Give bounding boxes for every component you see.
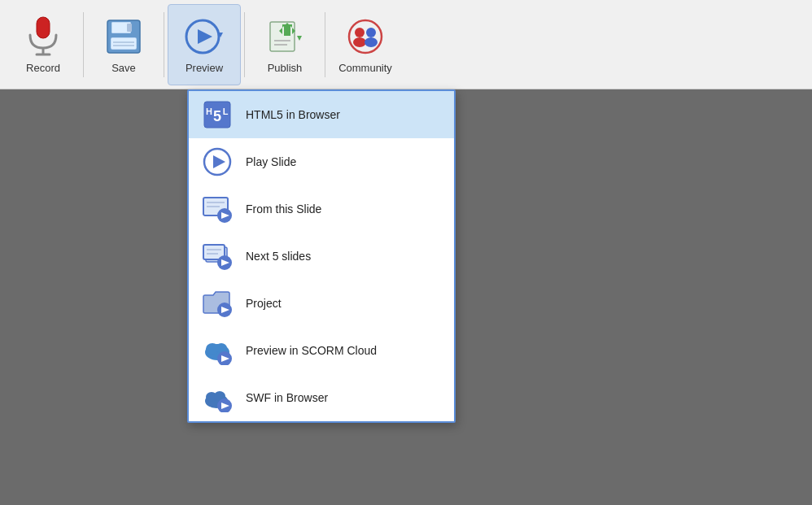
svg-point-19 (355, 28, 365, 37)
menu-item-project[interactable]: Project (189, 280, 454, 327)
html5-icon: 5 H L (202, 99, 233, 130)
menu-label-next-slides: Next 5 slides (246, 250, 311, 263)
project-icon (202, 288, 233, 319)
menu-label-swf: SWF in Browser (246, 391, 328, 404)
play-slide-icon (202, 146, 233, 177)
from-slide-icon (202, 194, 233, 224)
svg-point-20 (353, 37, 366, 47)
menu-label-scorm: Preview in SCORM Cloud (246, 344, 377, 357)
preview-label: Preview (186, 62, 223, 74)
save-label: Save (111, 62, 136, 74)
menu-label-from-slide: From this Slide (246, 202, 321, 215)
svg-text:L: L (223, 107, 229, 116)
save-icon (102, 15, 146, 59)
svg-marker-10 (198, 29, 212, 44)
community-button[interactable]: Community (329, 4, 402, 85)
publish-icon (263, 15, 307, 59)
community-label: Community (338, 62, 392, 74)
svg-text:5: 5 (213, 108, 221, 124)
menu-item-play-slide[interactable]: Play Slide (189, 138, 454, 185)
svg-point-21 (366, 28, 376, 37)
menu-item-html5-browser[interactable]: 5 H L HTML5 in Browser (189, 91, 454, 138)
record-button[interactable]: Record (7, 4, 80, 85)
divider-3 (244, 12, 245, 77)
divider-1 (83, 12, 84, 77)
toolbar: Record Save (0, 0, 812, 89)
svg-marker-28 (213, 155, 225, 168)
save-button[interactable]: Save (87, 4, 160, 85)
menu-item-from-this-slide[interactable]: From this Slide (189, 185, 454, 233)
svg-rect-14 (284, 24, 290, 36)
mic-icon (21, 15, 65, 59)
svg-point-18 (349, 20, 382, 53)
svg-rect-0 (37, 17, 50, 38)
next-slides-icon (202, 241, 233, 272)
record-label: Record (26, 62, 60, 74)
menu-label-project: Project (246, 297, 282, 310)
menu-item-next-5-slides[interactable]: Next 5 slides (189, 233, 454, 280)
svg-rect-6 (111, 37, 137, 50)
menu-label-html5: HTML5 in Browser (246, 108, 340, 121)
preview-icon (182, 15, 226, 59)
menu-item-preview-scorm[interactable]: Preview in SCORM Cloud (189, 327, 454, 374)
menu-item-swf-browser[interactable]: SWF in Browser (189, 374, 454, 421)
community-icon (343, 15, 387, 59)
svg-point-22 (365, 37, 378, 47)
svg-text:H: H (206, 107, 212, 116)
preview-button[interactable]: Preview (168, 4, 241, 85)
publish-button[interactable]: Publish (248, 4, 321, 85)
publish-label: Publish (268, 62, 303, 74)
menu-label-play-slide: Play Slide (246, 155, 296, 168)
svg-marker-17 (297, 36, 302, 41)
svg-rect-5 (127, 24, 132, 32)
divider-2 (164, 12, 164, 77)
swf-icon (202, 382, 233, 413)
divider-4 (325, 12, 325, 77)
preview-dropdown: 5 H L HTML5 in Browser Play Slide (187, 89, 456, 423)
scorm-icon (202, 335, 233, 366)
